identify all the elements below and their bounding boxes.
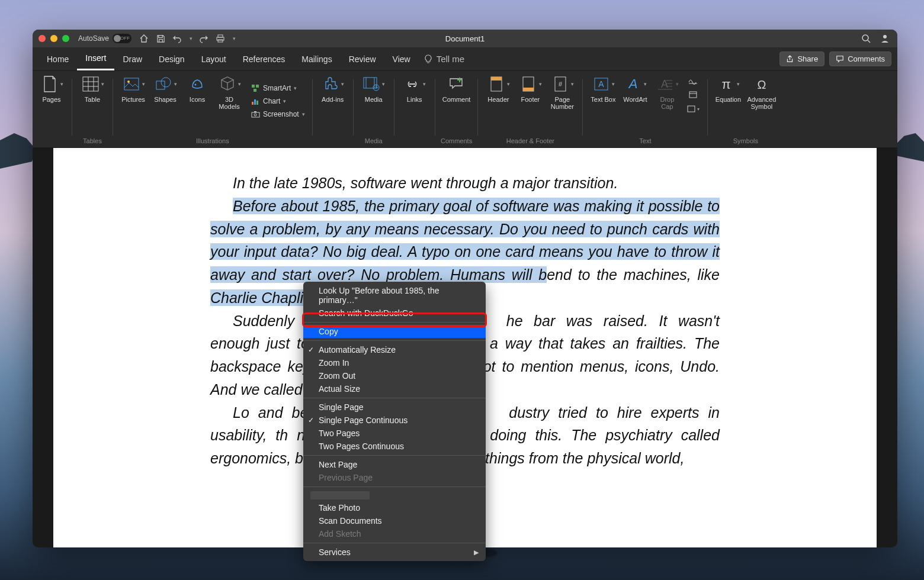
svg-text:A: A xyxy=(598,79,604,89)
undo-dropdown[interactable]: ▾ xyxy=(190,36,192,41)
tab-mailings[interactable]: Mailings xyxy=(293,47,340,70)
menu-actual-size[interactable]: Actual Size xyxy=(303,382,486,395)
icons-button[interactable]: Icons xyxy=(184,75,210,103)
menu-zoom-in[interactable]: Zoom In xyxy=(303,356,486,369)
save-icon[interactable] xyxy=(155,33,166,44)
svg-text:#: # xyxy=(559,80,563,88)
redo-icon[interactable] xyxy=(198,33,209,44)
menu-take-photo[interactable]: Take Photo xyxy=(303,501,486,514)
qat-more[interactable]: ▾ xyxy=(233,36,236,41)
header-icon xyxy=(487,75,506,94)
svg-rect-20 xyxy=(254,99,256,105)
menu-zoom-out[interactable]: Zoom Out xyxy=(303,369,486,382)
traffic-lights xyxy=(38,35,69,42)
3d-models-button[interactable]: ▾ 3D Models xyxy=(216,75,242,110)
ribbon-tabs: Home Insert Draw Design Layout Reference… xyxy=(33,47,897,71)
tab-references[interactable]: References xyxy=(235,47,294,70)
tab-home[interactable]: Home xyxy=(38,47,77,70)
account-icon[interactable] xyxy=(880,33,890,44)
print-icon[interactable] xyxy=(215,33,226,44)
footer-button[interactable]: ▾ Footer xyxy=(517,75,543,103)
svg-line-4 xyxy=(868,40,870,43)
svg-rect-18 xyxy=(254,89,256,92)
media-button[interactable]: ▾ Media xyxy=(361,75,387,103)
dropcap-icon: A xyxy=(656,75,675,94)
object-button[interactable]: ▾ xyxy=(686,103,700,115)
dropcap-button[interactable]: A▾ Drop Cap xyxy=(654,75,680,110)
date-button[interactable] xyxy=(686,89,700,101)
undo-icon[interactable] xyxy=(172,33,182,44)
symbol-button[interactable]: Ω Advanced Symbol xyxy=(747,75,776,110)
table-button[interactable]: ▾ Table xyxy=(79,75,105,103)
svg-rect-48 xyxy=(688,106,695,112)
search-icon[interactable] xyxy=(861,33,871,44)
page-number-icon: # xyxy=(551,75,570,94)
menu-search-ddg[interactable]: Search with DuckDuckGo xyxy=(303,307,486,320)
menu-lookup[interactable]: Look Up "Before about 1985, the primary…… xyxy=(303,284,486,307)
comment-icon xyxy=(836,55,844,63)
equation-button[interactable]: π▾ Equation xyxy=(715,75,741,103)
tab-draw[interactable]: Draw xyxy=(114,47,150,70)
shapes-button[interactable]: ▾ Shapes xyxy=(152,75,178,103)
minimize-window-button[interactable] xyxy=(50,35,57,42)
tab-layout[interactable]: Layout xyxy=(193,47,235,70)
document-title: Document1 xyxy=(445,34,485,43)
menu-scan-documents[interactable]: Scan Documents xyxy=(303,514,486,527)
lightbulb-icon xyxy=(424,54,433,64)
maximize-window-button[interactable] xyxy=(62,35,69,42)
svg-point-23 xyxy=(254,114,256,116)
svg-rect-13 xyxy=(156,81,165,89)
media-icon xyxy=(362,75,381,94)
svg-rect-25 xyxy=(364,78,377,88)
menu-services[interactable]: Services▶ xyxy=(303,546,486,559)
svg-rect-46 xyxy=(689,92,697,98)
textbox-button[interactable]: A▾ Text Box xyxy=(590,75,616,103)
links-button[interactable]: ▾ Links xyxy=(402,75,428,103)
tell-me[interactable]: Tell me xyxy=(424,54,465,64)
svg-rect-32 xyxy=(491,77,502,80)
shapes-icon xyxy=(154,75,173,94)
tab-view[interactable]: View xyxy=(384,47,419,70)
svg-rect-17 xyxy=(256,85,259,88)
textbox-icon: A xyxy=(592,75,611,94)
svg-rect-11 xyxy=(124,78,139,90)
tab-insert[interactable]: Insert xyxy=(77,47,114,70)
svg-point-12 xyxy=(127,80,130,83)
pictures-button[interactable]: ▾ Pictures xyxy=(120,75,146,103)
menu-single-page[interactable]: Single Page xyxy=(303,401,486,414)
menu-two-pages[interactable]: Two Pages xyxy=(303,427,486,440)
signature-button[interactable] xyxy=(686,75,700,86)
close-window-button[interactable] xyxy=(38,35,46,42)
group-tables-label: Tables xyxy=(83,137,102,144)
svg-rect-0 xyxy=(218,35,223,37)
menu-two-continuous[interactable]: Two Pages Continuous xyxy=(303,440,486,453)
svg-text:A: A xyxy=(661,78,668,90)
link-icon xyxy=(403,75,422,94)
svg-point-14 xyxy=(161,78,171,87)
addins-button[interactable]: ▾ Add-ins xyxy=(320,75,346,103)
autosave-toggle[interactable]: AutoSave OFF xyxy=(78,34,131,43)
home-icon[interactable] xyxy=(139,33,149,44)
group-symbols-label: Symbols xyxy=(733,137,758,144)
context-menu: Look Up "Before about 1985, the primary…… xyxy=(303,282,486,561)
pages-button[interactable]: ▾ Pages xyxy=(38,75,65,103)
screenshot-button[interactable]: Screenshot▾ xyxy=(251,108,305,120)
menu-next-page[interactable]: Next Page xyxy=(303,458,486,471)
menu-copy[interactable]: Copy xyxy=(303,325,486,338)
wordart-button[interactable]: A▾ WordArt xyxy=(622,75,648,103)
share-button[interactable]: Share xyxy=(779,51,824,66)
tab-design[interactable]: Design xyxy=(150,47,193,70)
comment-button[interactable]: Comment xyxy=(442,75,471,103)
header-button[interactable]: ▾ Header xyxy=(485,75,511,103)
svg-text:π: π xyxy=(721,77,730,91)
menu-auto-resize[interactable]: ✓Automatically Resize xyxy=(303,343,486,356)
comments-button[interactable]: Comments xyxy=(829,51,891,66)
svg-point-15 xyxy=(195,84,197,86)
menu-single-continuous[interactable]: ✓Single Page Continuous xyxy=(303,414,486,427)
page-number-button[interactable]: #▾ Page Number xyxy=(549,75,575,110)
tab-review[interactable]: Review xyxy=(341,47,384,70)
picture-icon xyxy=(122,75,141,94)
chart-button[interactable]: Chart▾ xyxy=(251,95,286,107)
svg-rect-19 xyxy=(252,102,254,105)
smartart-button[interactable]: SmartArt▾ xyxy=(251,82,297,94)
